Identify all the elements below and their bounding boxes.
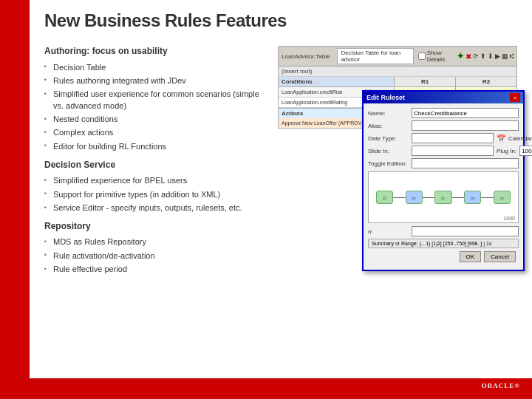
name-label: Name:	[368, 110, 409, 117]
connector-2	[423, 197, 434, 198]
list-item: Simplified experience for BPEL users	[44, 174, 266, 188]
authoring-section-title: Authoring: focus on usability	[44, 46, 266, 56]
icon4[interactable]: ▶	[495, 52, 500, 60]
body-content: Authoring: focus on usability Decision T…	[30, 38, 532, 282]
list-item: Rules authoring integrated with JDev	[44, 74, 266, 87]
show-details-label: Show Details	[427, 50, 455, 63]
toggle-input[interactable]	[412, 158, 519, 168]
connector-1	[393, 197, 405, 198]
date-type-input[interactable]	[412, 133, 494, 143]
plugin-row: Slide In: Plug In:	[368, 146, 519, 156]
dialog-titlebar: Edit Ruleset ×	[364, 92, 523, 103]
list-item: Rule activation/de-activation	[44, 249, 266, 262]
plug-in-label: Plug In:	[497, 148, 516, 154]
main-content: New Business Rules Features Authoring: f…	[30, 0, 532, 399]
connector-3	[452, 197, 464, 198]
right-column: LoanAdvisor.Table Decision Table for loa…	[278, 46, 517, 282]
list-item: MDS as Rules Repository	[44, 236, 266, 249]
node-2: ▭	[406, 191, 423, 204]
node-1: ◇	[376, 191, 393, 204]
dt-toolbar-icons: ✦ ✖ ⟳ ⬆ ⬇ ▶ ▦ ⑆	[457, 51, 514, 61]
calendar-icon[interactable]: 📅	[497, 134, 505, 143]
show-details-checkbox[interactable]	[418, 52, 426, 60]
dialog-body: Name: Alias: Date Type: 📅 Calendar Type:	[364, 103, 523, 270]
connector-4	[481, 197, 493, 198]
toggle-row: Toggle Edition:	[368, 158, 519, 168]
edit-ruleset-dialog: Edit Ruleset × Name: Alias: Date Type:	[362, 90, 525, 271]
alias-row: Alias:	[368, 120, 519, 131]
calendar-label: Calendar Type:	[508, 135, 532, 142]
show-details-area: Show Details	[418, 50, 455, 63]
list-item: Simplified user experience for common sc…	[44, 88, 266, 113]
oracle-logo-text: ORACLE	[482, 382, 515, 389]
list-item: Complex actions	[44, 126, 266, 140]
date-type-label: Date Type:	[368, 135, 409, 142]
dt-window-toolbar: LoanAdvisor.Table Decision Table for loa…	[279, 47, 516, 66]
dialog-title: Edit Ruleset	[366, 94, 405, 101]
alias-input[interactable]	[412, 120, 519, 131]
list-item: Nested conditions	[44, 113, 266, 126]
name-input[interactable]	[412, 108, 519, 118]
oracle-bottom-bar: ORACLE®	[0, 378, 532, 399]
date-type-row: Date Type: 📅 Calendar Type:	[368, 133, 519, 143]
col-r1: R1	[421, 78, 429, 85]
dt-window-title: LoanAdvisor.Table	[282, 53, 330, 60]
accent-bar	[0, 0, 30, 399]
n-row: n:	[368, 226, 519, 236]
dialog-close-button[interactable]: ×	[510, 93, 520, 102]
toggle-label: Toggle Edition:	[368, 160, 409, 167]
conditions-label: Conditions	[282, 78, 313, 85]
dt-breadcrumb: (Insert root)	[279, 66, 516, 77]
authoring-list: Decision Table Rules authoring integrate…	[44, 61, 266, 154]
dialog-buttons: OK Cancel	[368, 248, 519, 265]
summary-label: Summary or Range:	[372, 241, 418, 246]
delete-icon[interactable]: ✖	[466, 52, 471, 61]
node-4: ▭	[464, 191, 481, 204]
plug-in-input[interactable]	[519, 146, 532, 156]
name-row: Name:	[368, 108, 519, 118]
icon5[interactable]: ▦	[502, 52, 508, 60]
n-label: n:	[368, 228, 409, 235]
list-item: Editor for building RL Functions	[44, 140, 266, 153]
slide-in-label: Slide In:	[368, 148, 409, 154]
summary-value: (-..1) [1|2] [250..750] [998..] | 1x	[420, 241, 492, 246]
diagram-end-label: 1000	[503, 216, 515, 221]
node-5: ◇	[494, 191, 511, 204]
actions-label: Actions	[282, 110, 303, 117]
icon6[interactable]: ⑆	[510, 52, 514, 60]
dt-breadcrumb-text: (Insert root)	[282, 68, 312, 75]
dt-conditions-header: Conditions R1 R2	[279, 77, 516, 87]
oracle-trademark: ®	[514, 382, 520, 389]
decision-service-list: Simplified experience for BPEL users Sup…	[44, 174, 266, 215]
icon1[interactable]: ⟳	[473, 52, 479, 60]
oracle-logo: ORACLE®	[482, 382, 520, 395]
n-input[interactable]	[412, 226, 519, 236]
list-item: Support for primitive types (in addition…	[44, 188, 266, 201]
slide-in-input[interactable]	[412, 146, 494, 156]
diagram-nodes: ◇ ▭ ◇ ▭ ◇	[369, 172, 518, 222]
title-bar: New Business Rules Features	[30, 0, 532, 38]
add-icon[interactable]: ✦	[457, 51, 464, 61]
icon2[interactable]: ⬆	[480, 52, 486, 60]
row1-condition: LoanApplication.creditRisk	[282, 89, 343, 95]
icon3[interactable]: ⬇	[488, 52, 494, 60]
decision-service-section-title: Decision Service	[44, 160, 266, 170]
repository-section-title: Repository	[44, 221, 266, 231]
row2-condition: LoanApplication.creditRating	[282, 100, 347, 105]
ok-button[interactable]: OK	[460, 251, 482, 262]
list-item: Rule effective period	[44, 263, 266, 276]
left-column: Authoring: focus on usability Decision T…	[44, 46, 266, 282]
col-r2: R2	[482, 78, 490, 85]
page-title: New Business Rules Features	[44, 10, 517, 31]
alias-label: Alias:	[368, 123, 409, 129]
list-item: Decision Table	[44, 61, 266, 74]
node-3: ◇	[434, 191, 451, 204]
dt-tab-label: Decision Table for loan advisor	[337, 48, 413, 64]
cancel-button[interactable]: Cancel	[484, 251, 516, 262]
repository-list: MDS as Rules Repository Rule activation/…	[44, 236, 266, 276]
diagram-area: ◇ ▭ ◇ ▭ ◇ 1000	[368, 171, 519, 223]
list-item: Service Editor - specify inputs, outputs…	[44, 202, 266, 215]
summary-row: Summary or Range: (-..1) [1|2] [250..750…	[368, 239, 519, 248]
